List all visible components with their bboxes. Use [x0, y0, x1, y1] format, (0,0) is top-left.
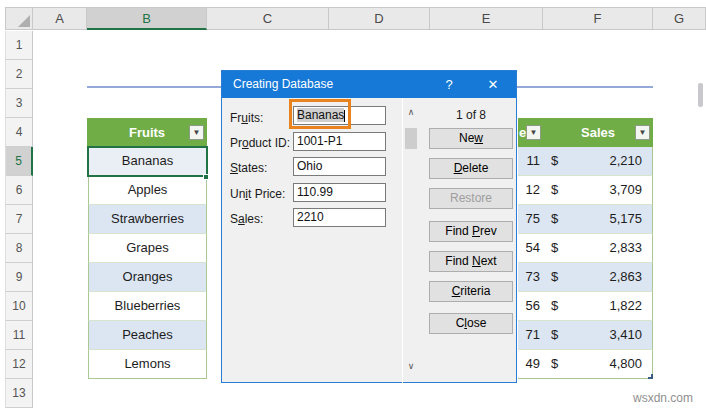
states-field-label: States: — [230, 161, 267, 175]
column-header-a[interactable]: A — [33, 7, 87, 30]
row-header-8[interactable]: 8 — [5, 234, 33, 263]
help-icon[interactable]: ? — [434, 71, 464, 98]
currency-symbol: $ — [551, 147, 558, 175]
cell-f5-sales[interactable]: $2,210 — [543, 147, 653, 176]
sales-value: 2,833 — [609, 240, 642, 255]
row-header-10[interactable]: 10 — [5, 292, 33, 321]
product-id-field-input[interactable]: 1001-P1 — [293, 132, 386, 151]
cell-f12-sales[interactable]: $4,800 — [543, 350, 653, 379]
find-prev-button[interactable]: Find Prev — [429, 221, 513, 242]
unit-price-fragment[interactable]: 56 — [518, 292, 543, 321]
unit-price-fragment[interactable]: 12 — [518, 176, 543, 205]
cell-f9-sales[interactable]: $2,863 — [543, 263, 653, 292]
close-button[interactable]: Close — [429, 313, 513, 334]
fruits-table-header[interactable]: Fruits ▼ — [87, 118, 207, 147]
row-header-5[interactable]: 5 — [5, 147, 33, 176]
delete-button[interactable]: Delete — [429, 158, 513, 179]
record-indicator: 1 of 8 — [429, 108, 513, 122]
currency-symbol: $ — [551, 263, 558, 291]
unit-price-field-label: Unit Price: — [230, 187, 285, 201]
row-header-1[interactable]: 1 — [5, 31, 33, 60]
cell-f11-sales[interactable]: $3,410 — [543, 321, 653, 350]
cell-b8-grapes[interactable]: Grapes — [88, 234, 207, 263]
row-header-13[interactable]: 13 — [5, 379, 33, 408]
row-header-11[interactable]: 11 — [5, 321, 33, 350]
column-header-d[interactable]: D — [329, 7, 430, 30]
data-form-dialog: Creating Database ? ✕ Fruits: Bananas Pr… — [221, 70, 517, 383]
cell-b9-oranges[interactable]: Oranges — [88, 263, 207, 292]
cell-f10-sales[interactable]: $1,822 — [543, 292, 653, 321]
column-header-b[interactable]: B — [87, 7, 207, 30]
product-id-field-label: Product ID: — [230, 136, 290, 150]
column-header-g[interactable]: G — [653, 7, 706, 30]
criteria-button[interactable]: Criteria — [429, 281, 513, 302]
orange-annotation-box — [289, 99, 351, 129]
currency-symbol: $ — [551, 176, 558, 204]
fruits-field-label: Fruits: — [230, 111, 263, 125]
fruits-header-label: Fruits — [129, 125, 165, 140]
cell-f8-sales[interactable]: $2,833 — [543, 234, 653, 263]
filter-dropdown-icon[interactable]: ▼ — [189, 125, 204, 140]
excel-window: A B C D E F G 1 2 3 4 5 6 7 8 9 10 11 12… — [0, 0, 706, 410]
sales-value: 5,175 — [609, 211, 642, 226]
table-resize-handle[interactable] — [648, 374, 653, 379]
sales-value: 1,822 — [609, 298, 642, 313]
new-button[interactable]: New — [429, 128, 513, 149]
cell-b12-lemons[interactable]: Lemons — [88, 350, 207, 379]
cell-b7-strawberries[interactable]: Strawberries — [88, 205, 207, 234]
sales-table-header[interactable]: Sales ▼ — [543, 118, 653, 147]
cell-b10-blueberries[interactable]: Blueberries — [88, 292, 207, 321]
currency-symbol: $ — [551, 205, 558, 233]
sales-value: 2,863 — [609, 269, 642, 284]
cell-b11-peaches[interactable]: Peaches — [88, 321, 207, 350]
filter-dropdown-icon[interactable]: ▼ — [526, 125, 541, 140]
cell-b5-bananas[interactable]: Bananas — [88, 147, 207, 176]
sales-field-label: Sales: — [230, 212, 263, 226]
unit-price-fragment[interactable]: 71 — [518, 321, 543, 350]
cell-f6-sales[interactable]: $3,709 — [543, 176, 653, 205]
row-header-12[interactable]: 12 — [5, 350, 33, 379]
select-all-triangle-icon — [18, 15, 30, 27]
row-header-4[interactable]: 4 — [5, 118, 33, 147]
scroll-down-icon[interactable]: ∨ — [403, 361, 419, 371]
scrollbar-thumb[interactable] — [405, 128, 417, 149]
states-field-input[interactable]: Ohio — [293, 157, 386, 176]
row-header-3[interactable]: 3 — [5, 89, 33, 118]
restore-button: Restore — [429, 188, 513, 209]
currency-symbol: $ — [551, 350, 558, 378]
filter-dropdown-icon[interactable]: ▼ — [635, 125, 650, 140]
dialog-titlebar[interactable]: Creating Database ? ✕ — [222, 71, 516, 98]
currency-symbol: $ — [551, 321, 558, 349]
column-header-f[interactable]: F — [543, 7, 653, 30]
unit-price-fragment[interactable]: 73 — [518, 263, 543, 292]
sales-value: 3,410 — [609, 327, 642, 342]
unit-price-field-input[interactable]: 110.99 — [293, 183, 386, 202]
row-header-2[interactable]: 2 — [5, 60, 33, 89]
unit-price-header-sliver: e ▼ — [518, 118, 543, 147]
sales-value: 2,210 — [609, 153, 642, 168]
cell-b6-apples[interactable]: Apples — [88, 176, 207, 205]
row-header-9[interactable]: 9 — [5, 263, 33, 292]
select-all-corner[interactable] — [5, 7, 33, 30]
row-header-7[interactable]: 7 — [5, 205, 33, 234]
unit-price-fragment[interactable]: 54 — [518, 234, 543, 263]
row-header-6[interactable]: 6 — [5, 176, 33, 205]
close-icon[interactable]: ✕ — [478, 71, 508, 98]
sales-header-label: Sales — [581, 125, 615, 140]
dialog-title: Creating Database — [233, 71, 333, 98]
find-next-button[interactable]: Find Next — [429, 251, 513, 272]
column-header-e[interactable]: E — [430, 7, 543, 30]
cell-f7-sales[interactable]: $5,175 — [543, 205, 653, 234]
unit-price-fragment[interactable]: 11 — [518, 147, 543, 176]
sales-value: 4,800 — [609, 356, 642, 371]
unit-price-fragment[interactable]: 75 — [518, 205, 543, 234]
sales-value: 3,709 — [609, 182, 642, 197]
scrollbar-divider — [402, 98, 403, 383]
edge-artifact — [698, 83, 703, 107]
fill-handle[interactable] — [203, 174, 209, 180]
currency-symbol: $ — [551, 292, 558, 320]
scroll-up-icon[interactable]: ∧ — [403, 107, 419, 117]
column-header-c[interactable]: C — [207, 7, 329, 30]
unit-price-fragment[interactable]: 49 — [518, 350, 543, 379]
sales-field-input[interactable]: 2210 — [293, 208, 386, 227]
